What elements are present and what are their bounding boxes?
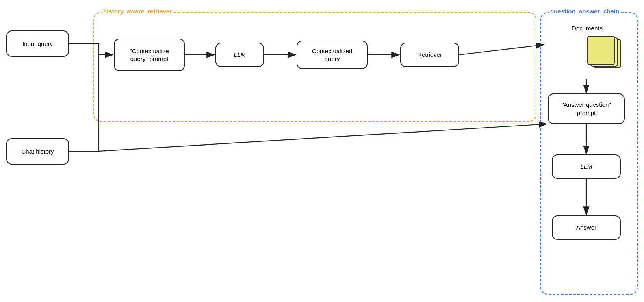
contextualized-query-label: Contextualized query (312, 47, 352, 63)
question-answer-chain-label: question_answer_chain (549, 8, 621, 15)
contextualize-prompt-box: "Contextualize query" prompt (114, 39, 185, 71)
input-query-box: Input query (6, 30, 69, 57)
chat-history-box: Chat history (6, 138, 69, 165)
contextualized-query-box: Contextualized query (297, 41, 368, 69)
llm1-label: LLM (234, 51, 245, 59)
llm1-box: LLM (215, 43, 264, 67)
answer-box: Answer (552, 215, 621, 240)
diagram-container: history_aware_retriever question_answer_… (0, 0, 644, 302)
chat-history-label: Chat history (21, 148, 54, 156)
retriever-label: Retriever (417, 51, 442, 59)
llm2-label: LLM (580, 163, 592, 171)
retriever-box: Retriever (400, 43, 459, 67)
contextualize-prompt-label: "Contextualize query" prompt (130, 47, 169, 63)
history-aware-retriever-label: history_aware_retriever (102, 8, 173, 15)
documents-label: Documents (572, 24, 603, 33)
svg-line-12 (99, 124, 547, 151)
answer-label: Answer (576, 224, 596, 232)
input-query-label: Input query (22, 40, 53, 48)
answer-question-prompt-box: "Answer question" prompt (548, 93, 625, 124)
llm2-box: LLM (552, 154, 621, 179)
answer-question-prompt-label: "Answer question" prompt (562, 101, 611, 117)
documents-box: Documents (544, 21, 630, 78)
